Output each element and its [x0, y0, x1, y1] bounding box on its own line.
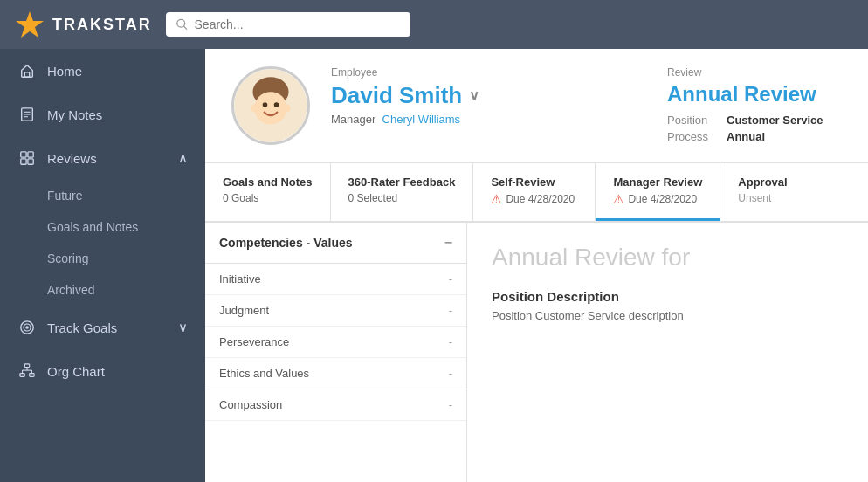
sidebar-item-org-chart-label: Org Chart — [47, 364, 188, 379]
tab-manager-review[interactable]: Manager Review ⚠ Due 4/28/2020 — [596, 163, 720, 221]
svg-rect-9 — [28, 152, 33, 157]
sidebar-item-reviews-label: Reviews — [47, 151, 168, 166]
comp-item-perseverance[interactable]: Perseverance - — [205, 327, 466, 358]
comp-item-ethics-and-values[interactable]: Ethics and Values - — [205, 358, 466, 389]
competencies-header: Competencies - Values − — [205, 223, 466, 264]
tab-self-review[interactable]: Self-Review ⚠ Due 4/28/2020 — [473, 163, 596, 221]
comp-item-compassion[interactable]: Compassion - — [205, 389, 466, 421]
sidebar-sub-item-goals-and-notes[interactable]: Goals and Notes — [0, 211, 205, 243]
comp-item-initiative[interactable]: Initiative - — [205, 264, 466, 295]
svg-rect-10 — [21, 159, 26, 164]
sidebar-item-track-goals-label: Track Goals — [47, 320, 168, 335]
svg-point-25 — [263, 102, 268, 107]
sidebar-item-my-notes-label: My Notes — [47, 107, 188, 122]
svg-point-26 — [274, 102, 279, 107]
tabs-bar: Goals and Notes 0 Goals 360-Rater Feedba… — [205, 163, 868, 223]
svg-rect-15 — [24, 364, 29, 368]
track-goals-chevron-icon: ∨ — [178, 320, 188, 335]
reviews-chevron-icon: ∧ — [178, 150, 188, 166]
svg-marker-0 — [16, 11, 44, 38]
layout: Home My Notes — [0, 49, 868, 482]
org-chart-icon — [17, 362, 37, 381]
review-title: Annual Review — [667, 82, 842, 107]
app-name: TRAKSTAR — [52, 16, 152, 34]
competencies-collapse-button[interactable]: − — [444, 235, 452, 251]
logo-icon — [14, 9, 45, 40]
review-info: Review Annual Review Position Customer S… — [667, 66, 842, 143]
competencies-panel: Competencies - Values − Initiative - Jud… — [205, 223, 467, 482]
tab-approval[interactable]: Approval Unsent — [720, 163, 843, 221]
svg-point-27 — [251, 104, 258, 112]
manager-link[interactable]: Cheryl Williams — [382, 113, 461, 126]
svg-point-24 — [254, 92, 286, 124]
sidebar-item-my-notes[interactable]: My Notes — [0, 93, 205, 136]
svg-point-14 — [25, 326, 29, 329]
comp-item-judgment[interactable]: Judgment - — [205, 295, 466, 327]
sidebar-item-org-chart[interactable]: Org Chart — [0, 349, 205, 393]
sidebar-item-track-goals[interactable]: Track Goals ∨ — [0, 306, 205, 349]
position-desc-label: Position Description — [492, 289, 844, 304]
self-review-warning-icon: ⚠ — [491, 192, 502, 206]
track-goals-icon — [17, 318, 37, 337]
review-panel: Annual Review for Position Description P… — [467, 223, 868, 482]
avatar — [231, 66, 310, 145]
review-position-row: Position Customer Service — [667, 114, 842, 127]
manager-review-warning-icon: ⚠ — [613, 192, 624, 206]
review-panel-title: Annual Review for — [492, 244, 844, 272]
sidebar-item-home-label: Home — [47, 64, 188, 79]
avatar-image — [234, 69, 307, 142]
svg-rect-11 — [28, 159, 33, 164]
svg-rect-17 — [30, 374, 34, 377]
manager-row: Manager Cheryl Williams — [331, 113, 646, 126]
logo-area: TRAKSTAR — [14, 9, 152, 40]
tab-360-rater[interactable]: 360-Rater Feedback 0 Selected — [331, 163, 474, 221]
svg-line-2 — [183, 26, 187, 30]
employee-section-label: Employee — [331, 66, 646, 79]
competencies-title: Competencies - Values — [219, 236, 353, 250]
employee-dropdown-arrow[interactable]: ∨ — [469, 87, 479, 104]
sidebar-sub-item-scoring[interactable]: Scoring — [0, 243, 205, 274]
reviews-icon — [17, 148, 37, 168]
search-bar[interactable] — [166, 12, 410, 37]
sidebar-sub-item-archived[interactable]: Archived — [0, 274, 205, 306]
svg-point-1 — [176, 19, 184, 27]
position-desc-text: Position Customer Service description — [492, 309, 844, 322]
search-icon — [176, 18, 188, 31]
review-section-label: Review — [667, 66, 842, 79]
review-process-row: Process Annual — [667, 130, 842, 143]
main-content: Employee David Smith ∨ Manager Cheryl Wi… — [205, 49, 868, 482]
employee-info: Employee David Smith ∨ Manager Cheryl Wi… — [331, 66, 646, 126]
employee-header: Employee David Smith ∨ Manager Cheryl Wi… — [205, 49, 868, 163]
review-meta: Position Customer Service Process Annual — [667, 114, 842, 143]
top-nav: TRAKSTAR — [0, 0, 868, 49]
sidebar: Home My Notes — [0, 49, 205, 482]
svg-rect-8 — [21, 152, 26, 157]
employee-name: David Smith ∨ — [331, 82, 646, 109]
sidebar-item-home[interactable]: Home — [0, 49, 205, 93]
sidebar-sub-item-future[interactable]: Future — [0, 180, 205, 211]
home-icon — [17, 61, 37, 80]
tab-goals-and-notes[interactable]: Goals and Notes 0 Goals — [205, 163, 331, 221]
notes-icon — [17, 105, 37, 124]
sidebar-item-reviews[interactable]: Reviews ∧ — [0, 136, 205, 180]
search-input[interactable] — [195, 17, 400, 31]
svg-rect-3 — [24, 72, 29, 77]
content-area: Competencies - Values − Initiative - Jud… — [205, 223, 868, 482]
svg-rect-16 — [20, 374, 24, 377]
svg-point-28 — [284, 104, 290, 112]
